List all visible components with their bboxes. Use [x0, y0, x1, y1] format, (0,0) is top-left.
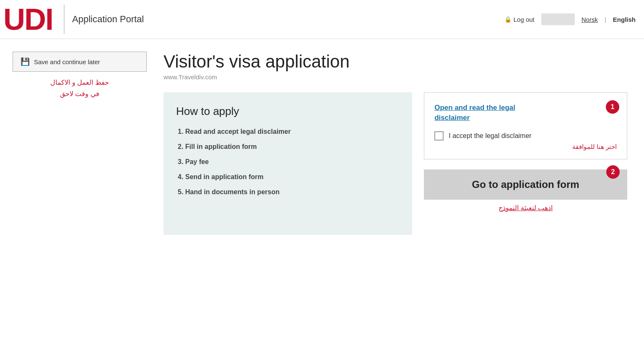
two-col-layout: How to apply 1. Read and accept legal di…: [164, 92, 627, 235]
header-right: 🔒 Log out Norsk | English: [504, 13, 636, 25]
go-to-form-wrapper: Go to application form 2 اذهب لتعبئة الن…: [424, 169, 627, 212]
udi-divider: [64, 5, 65, 34]
main-container: 💾 Save and continue later حفظ العمل و ال…: [0, 39, 644, 252]
main-content: Visitor's visa application www.Traveldiv…: [164, 52, 627, 235]
step-4: 4. Send in application form: [176, 173, 400, 181]
accept-row: I accept the legal disclaimer: [434, 131, 617, 141]
step-5: 5. Hand in documents in person: [176, 188, 400, 196]
accept-checkbox[interactable]: [434, 131, 444, 141]
step-1: 1. Read and accept legal disclaimer: [176, 128, 400, 135]
accept-label: I accept the legal disclaimer: [449, 132, 531, 140]
sidebar-arabic-line1: حفظ العمل و الاكمال: [13, 77, 147, 88]
how-to-title: How to apply: [176, 105, 400, 118]
avatar-placeholder: [541, 13, 575, 25]
right-panel: 1 Open and read the legal disclaimer I a…: [424, 92, 627, 212]
save-continue-button[interactable]: 💾 Save and continue later: [13, 52, 147, 72]
step-2: 2. Fill in application form: [176, 143, 400, 151]
subtitle-website: www.Traveldiv.com: [164, 73, 627, 81]
lang-norsk[interactable]: Norsk: [582, 16, 598, 23]
udi-logo: UDI Application Portal: [0, 4, 144, 34]
go-to-form-label: Go to application form: [472, 179, 579, 190]
udi-letters: UDI: [0, 4, 56, 34]
go-to-application-form-button[interactable]: Go to application form 2: [424, 169, 627, 200]
lang-english[interactable]: English: [613, 16, 636, 23]
go-to-arabic[interactable]: اذهب لتعبئة النموذج: [424, 204, 627, 212]
header-left: UDI Application Portal: [0, 4, 144, 34]
steps-list: 1. Read and accept legal disclaimer 2. F…: [176, 128, 400, 196]
sidebar-arabic-line2: في وقت لاحق: [13, 88, 147, 99]
how-to-apply-box: How to apply 1. Read and accept legal di…: [164, 92, 412, 235]
legal-disclaimer-link[interactable]: Open and read the legal disclaimer: [434, 103, 543, 123]
lock-icon: 🔒: [504, 16, 512, 23]
step-badge-1: 1: [606, 100, 619, 114]
step-3: 3. Pay fee: [176, 158, 400, 166]
logout-link[interactable]: 🔒 Log out: [504, 16, 535, 23]
save-icon: 💾: [21, 57, 30, 66]
legal-disclaimer-box: 1 Open and read the legal disclaimer I a…: [424, 92, 627, 159]
sidebar-arabic: حفظ العمل و الاكمال في وقت لاحق: [13, 77, 147, 99]
app-portal-text: Application Portal: [72, 14, 144, 25]
accept-arabic: اختر هنا للموافقة: [434, 143, 617, 151]
header: UDI Application Portal 🔒 Log out Norsk |…: [0, 0, 644, 39]
logout-label: Log out: [514, 16, 535, 23]
page-title: Visitor's visa application: [164, 52, 627, 72]
sidebar: 💾 Save and continue later حفظ العمل و ال…: [13, 52, 147, 235]
save-button-label: Save and continue later: [34, 58, 100, 65]
step-badge-2: 2: [606, 165, 620, 179]
lang-divider: |: [605, 16, 606, 23]
